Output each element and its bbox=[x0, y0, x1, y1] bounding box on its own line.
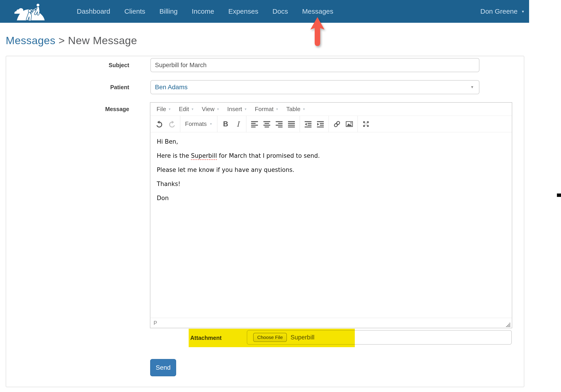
editor-statusbar: P bbox=[150, 318, 512, 328]
chevron-down-icon: ▼ bbox=[209, 123, 212, 125]
subject-input[interactable] bbox=[150, 58, 479, 72]
indent-button[interactable] bbox=[314, 118, 326, 130]
justify-icon bbox=[288, 121, 295, 127]
attachment-field: Choose File Superbill bbox=[247, 330, 512, 345]
select-arrow-icon: ▼ bbox=[470, 85, 474, 89]
capture-artifact bbox=[557, 194, 561, 197]
image-icon bbox=[345, 120, 353, 128]
bold-button[interactable]: B bbox=[219, 118, 232, 130]
menu-insert[interactable]: Insert▼ bbox=[223, 103, 251, 116]
breadcrumb: Messages > New Message bbox=[6, 34, 137, 47]
menu-format[interactable]: Format▼ bbox=[251, 103, 282, 116]
message-paragraph: Please let me know if you have any quest… bbox=[157, 165, 505, 174]
align-right-icon bbox=[276, 121, 282, 127]
nav-menu: Dashboard Clients Billing Income Expense… bbox=[77, 0, 333, 23]
message-label: Message bbox=[84, 102, 129, 116]
chevron-down-icon: ▼ bbox=[302, 108, 306, 111]
message-paragraph: Hi Ben, bbox=[157, 137, 505, 146]
nav-item-clients[interactable]: Clients bbox=[124, 8, 145, 15]
align-left-button[interactable] bbox=[248, 118, 261, 130]
insert-image-button[interactable] bbox=[343, 118, 356, 130]
send-button[interactable]: Send bbox=[150, 359, 176, 376]
chevron-down-icon: ▼ bbox=[216, 108, 219, 111]
chevron-down-icon: ▼ bbox=[191, 108, 194, 111]
user-name: Don Greene bbox=[480, 8, 518, 15]
indent-icon bbox=[317, 121, 324, 127]
resize-grip-icon[interactable] bbox=[506, 323, 510, 327]
choose-file-button[interactable]: Choose File bbox=[253, 333, 287, 342]
align-center-icon bbox=[263, 121, 270, 127]
nav-item-billing[interactable]: Billing bbox=[159, 8, 177, 15]
chevron-down-icon: ▼ bbox=[275, 108, 279, 111]
element-path: P bbox=[150, 320, 157, 326]
message-paragraph: Thanks! bbox=[157, 180, 505, 188]
editor-toolbar: Formats ▼ B I bbox=[150, 116, 512, 132]
formats-dropdown[interactable]: Formats ▼ bbox=[182, 120, 215, 127]
patient-select[interactable]: Ben Adams ▼ bbox=[150, 80, 479, 94]
redo-icon bbox=[168, 120, 176, 128]
breadcrumb-separator: > bbox=[59, 34, 68, 46]
app-logo-icon[interactable] bbox=[11, 1, 50, 21]
patient-label: Patient bbox=[84, 80, 129, 94]
nav-item-dashboard[interactable]: Dashboard bbox=[77, 8, 110, 15]
user-menu[interactable]: Don Greene ▼ bbox=[480, 0, 525, 23]
chevron-down-icon: ▼ bbox=[168, 108, 171, 111]
fullscreen-button[interactable] bbox=[360, 118, 372, 130]
link-icon bbox=[333, 120, 341, 128]
align-left-icon bbox=[251, 121, 258, 127]
undo-button[interactable] bbox=[153, 118, 166, 130]
editor-menubar: File▼ Edit▼ View▼ Insert▼ Format▼ Table▼ bbox=[150, 103, 512, 116]
redo-button[interactable] bbox=[166, 118, 178, 130]
subject-label: Subject bbox=[84, 58, 129, 72]
message-editor: File▼ Edit▼ View▼ Insert▼ Format▼ Table▼ bbox=[150, 102, 512, 328]
nav-item-expenses[interactable]: Expenses bbox=[228, 8, 259, 15]
annotation-arrow-icon bbox=[308, 16, 327, 48]
top-navbar: Dashboard Clients Billing Income Expense… bbox=[0, 0, 529, 23]
page: Dashboard Clients Billing Income Expense… bbox=[0, 0, 561, 392]
patient-select-value: Ben Adams bbox=[155, 83, 188, 91]
new-message-panel: Subject Patient Ben Adams ▼ Message File… bbox=[6, 56, 524, 387]
message-paragraph-1: Here is the Superbill for March that I p… bbox=[157, 151, 505, 160]
chevron-down-icon: ▼ bbox=[244, 108, 247, 111]
nav-item-docs[interactable]: Docs bbox=[272, 8, 288, 15]
insert-link-button[interactable] bbox=[331, 118, 343, 130]
fullscreen-icon bbox=[362, 120, 370, 128]
menu-table[interactable]: Table▼ bbox=[282, 103, 309, 116]
align-center-button[interactable] bbox=[261, 118, 273, 130]
menu-view[interactable]: View▼ bbox=[198, 103, 223, 116]
nav-item-messages[interactable]: Messages bbox=[302, 8, 333, 15]
message-paragraph: Don bbox=[157, 194, 505, 202]
attachment-filename: Superbill bbox=[291, 334, 314, 341]
align-right-button[interactable] bbox=[273, 118, 285, 130]
menu-edit[interactable]: Edit▼ bbox=[175, 103, 198, 116]
outdent-icon bbox=[305, 121, 312, 127]
justify-button[interactable] bbox=[285, 118, 298, 130]
nav-item-income[interactable]: Income bbox=[192, 8, 214, 15]
chevron-down-icon: ▼ bbox=[521, 10, 525, 13]
message-body-editable[interactable]: Hi Ben, Here is the Superbill for March … bbox=[150, 132, 512, 318]
attachment-label: Attachment bbox=[190, 329, 222, 347]
menu-file[interactable]: File▼ bbox=[153, 103, 175, 116]
outdent-button[interactable] bbox=[302, 118, 314, 130]
undo-icon bbox=[156, 120, 163, 128]
page-title: New Message bbox=[68, 34, 137, 46]
italic-button[interactable]: I bbox=[232, 118, 244, 130]
breadcrumb-messages-link[interactable]: Messages bbox=[6, 34, 55, 46]
